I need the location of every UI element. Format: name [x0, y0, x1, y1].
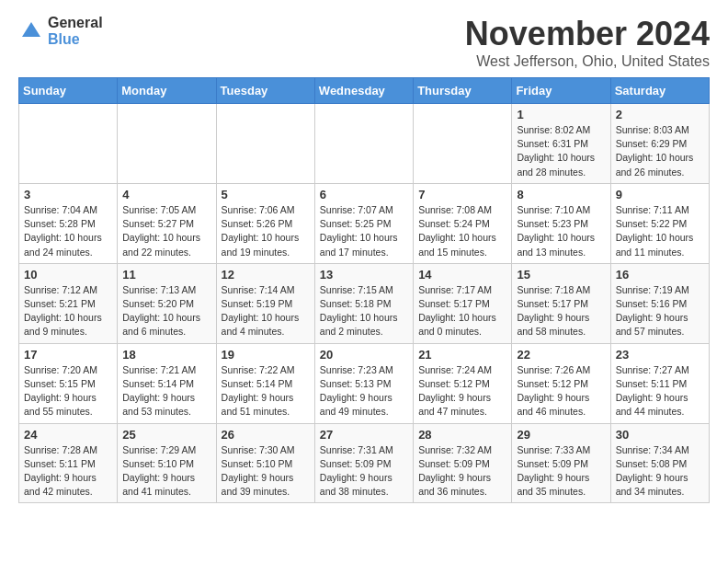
day-number: 15 [517, 268, 605, 282]
calendar-cell: 13Sunrise: 7:15 AM Sunset: 5:18 PM Dayli… [314, 263, 413, 343]
calendar-cell: 27Sunrise: 7:31 AM Sunset: 5:09 PM Dayli… [314, 423, 413, 503]
day-info: Sunrise: 7:19 AM Sunset: 5:16 PM Dayligh… [616, 283, 704, 339]
day-number: 13 [320, 268, 408, 282]
calendar-week-2: 3Sunrise: 7:04 AM Sunset: 5:28 PM Daylig… [19, 183, 710, 263]
day-info: Sunrise: 7:30 AM Sunset: 5:10 PM Dayligh… [222, 443, 310, 500]
calendar-cell: 25Sunrise: 7:29 AM Sunset: 5:10 PM Dayli… [118, 423, 216, 503]
day-info: Sunrise: 8:03 AM Sunset: 6:29 PM Dayligh… [616, 123, 704, 179]
day-info: Sunrise: 7:08 AM Sunset: 5:24 PM Dayligh… [418, 203, 506, 259]
calendar-week-1: 1Sunrise: 8:02 AM Sunset: 6:31 PM Daylig… [19, 104, 710, 184]
day-header-sunday: Sunday [19, 78, 118, 104]
day-number: 17 [24, 348, 112, 362]
calendar-cell [118, 104, 216, 184]
calendar-cell: 2Sunrise: 8:03 AM Sunset: 6:29 PM Daylig… [610, 104, 709, 184]
day-number: 3 [24, 188, 112, 201]
day-info: Sunrise: 7:28 AM Sunset: 5:11 PM Dayligh… [24, 443, 112, 500]
day-info: Sunrise: 7:13 AM Sunset: 5:20 PM Dayligh… [122, 283, 210, 339]
logo-text: General Blue [48, 15, 103, 47]
day-info: Sunrise: 7:17 AM Sunset: 5:17 PM Dayligh… [418, 283, 506, 339]
calendar-cell: 9Sunrise: 7:11 AM Sunset: 5:22 PM Daylig… [610, 183, 709, 263]
calendar-cell: 16Sunrise: 7:19 AM Sunset: 5:16 PM Dayli… [610, 263, 709, 343]
day-info: Sunrise: 7:10 AM Sunset: 5:23 PM Dayligh… [517, 203, 605, 259]
day-number: 26 [222, 428, 310, 442]
calendar-cell: 10Sunrise: 7:12 AM Sunset: 5:21 PM Dayli… [19, 263, 118, 343]
calendar-cell: 28Sunrise: 7:32 AM Sunset: 5:09 PM Dayli… [414, 423, 512, 503]
day-info: Sunrise: 7:26 AM Sunset: 5:12 PM Dayligh… [517, 363, 605, 419]
calendar-cell: 24Sunrise: 7:28 AM Sunset: 5:11 PM Dayli… [19, 423, 118, 503]
day-info: Sunrise: 7:15 AM Sunset: 5:18 PM Dayligh… [320, 283, 408, 339]
day-info: Sunrise: 7:20 AM Sunset: 5:15 PM Dayligh… [24, 363, 112, 419]
day-number: 2 [616, 108, 704, 121]
day-number: 18 [122, 348, 210, 362]
calendar-cell [19, 104, 118, 184]
day-number: 11 [122, 268, 210, 282]
day-number: 16 [616, 268, 704, 282]
logo-blue-label: Blue [48, 31, 103, 48]
day-number: 27 [320, 428, 408, 442]
day-info: Sunrise: 7:12 AM Sunset: 5:21 PM Dayligh… [24, 283, 112, 339]
day-number: 1 [517, 108, 605, 121]
day-info: Sunrise: 8:02 AM Sunset: 6:31 PM Dayligh… [517, 123, 605, 179]
calendar-cell [216, 104, 314, 184]
day-number: 9 [616, 188, 704, 201]
day-info: Sunrise: 7:34 AM Sunset: 5:08 PM Dayligh… [616, 443, 704, 500]
calendar-cell [414, 104, 512, 184]
calendar-cell: 23Sunrise: 7:27 AM Sunset: 5:11 PM Dayli… [610, 343, 709, 423]
day-number: 22 [517, 348, 605, 362]
calendar-cell: 3Sunrise: 7:04 AM Sunset: 5:28 PM Daylig… [19, 183, 118, 263]
logo: General Blue [18, 15, 103, 47]
day-number: 10 [24, 268, 112, 282]
calendar-cell: 14Sunrise: 7:17 AM Sunset: 5:17 PM Dayli… [414, 263, 512, 343]
day-number: 12 [222, 268, 310, 282]
day-info: Sunrise: 7:29 AM Sunset: 5:10 PM Dayligh… [122, 443, 210, 500]
day-info: Sunrise: 7:11 AM Sunset: 5:22 PM Dayligh… [616, 203, 704, 259]
day-number: 5 [222, 188, 310, 201]
logo-general-label: General [48, 15, 103, 31]
day-number: 23 [616, 348, 704, 362]
calendar-cell: 30Sunrise: 7:34 AM Sunset: 5:08 PM Dayli… [610, 423, 709, 503]
page-header: General Blue November 2024 West Jefferso… [18, 15, 710, 70]
calendar-cell: 19Sunrise: 7:22 AM Sunset: 5:14 PM Dayli… [216, 343, 314, 423]
day-header-saturday: Saturday [610, 78, 709, 104]
calendar-week-4: 17Sunrise: 7:20 AM Sunset: 5:15 PM Dayli… [19, 343, 710, 423]
title-section: November 2024 West Jefferson, Ohio, Unit… [465, 15, 710, 70]
calendar-cell: 12Sunrise: 7:14 AM Sunset: 5:19 PM Dayli… [216, 263, 314, 343]
day-header-monday: Monday [118, 78, 216, 104]
calendar-cell: 5Sunrise: 7:06 AM Sunset: 5:26 PM Daylig… [216, 183, 314, 263]
svg-marker-0 [22, 22, 40, 37]
calendar-cell: 21Sunrise: 7:24 AM Sunset: 5:12 PM Dayli… [414, 343, 512, 423]
day-number: 20 [320, 348, 408, 362]
calendar-week-3: 10Sunrise: 7:12 AM Sunset: 5:21 PM Dayli… [19, 263, 710, 343]
day-number: 4 [122, 188, 210, 201]
day-number: 19 [222, 348, 310, 362]
day-info: Sunrise: 7:31 AM Sunset: 5:09 PM Dayligh… [320, 443, 408, 500]
calendar-cell: 22Sunrise: 7:26 AM Sunset: 5:12 PM Dayli… [512, 343, 610, 423]
day-info: Sunrise: 7:07 AM Sunset: 5:25 PM Dayligh… [320, 203, 408, 259]
day-header-friday: Friday [512, 78, 610, 104]
day-number: 8 [517, 188, 605, 201]
day-info: Sunrise: 7:21 AM Sunset: 5:14 PM Dayligh… [122, 363, 210, 419]
calendar-cell [314, 104, 413, 184]
day-number: 29 [517, 428, 605, 442]
day-info: Sunrise: 7:05 AM Sunset: 5:27 PM Dayligh… [122, 203, 210, 259]
day-number: 7 [418, 188, 506, 201]
day-info: Sunrise: 7:33 AM Sunset: 5:09 PM Dayligh… [517, 443, 605, 500]
day-number: 14 [418, 268, 506, 282]
month-title: November 2024 [465, 15, 710, 53]
calendar-cell: 4Sunrise: 7:05 AM Sunset: 5:27 PM Daylig… [118, 183, 216, 263]
day-number: 30 [616, 428, 704, 442]
calendar-cell: 7Sunrise: 7:08 AM Sunset: 5:24 PM Daylig… [414, 183, 512, 263]
calendar-cell: 18Sunrise: 7:21 AM Sunset: 5:14 PM Dayli… [118, 343, 216, 423]
day-info: Sunrise: 7:04 AM Sunset: 5:28 PM Dayligh… [24, 203, 112, 259]
calendar-table: SundayMondayTuesdayWednesdayThursdayFrid… [18, 77, 710, 503]
day-info: Sunrise: 7:27 AM Sunset: 5:11 PM Dayligh… [616, 363, 704, 419]
calendar-cell: 26Sunrise: 7:30 AM Sunset: 5:10 PM Dayli… [216, 423, 314, 503]
calendar-cell: 8Sunrise: 7:10 AM Sunset: 5:23 PM Daylig… [512, 183, 610, 263]
calendar-week-5: 24Sunrise: 7:28 AM Sunset: 5:11 PM Dayli… [19, 423, 710, 503]
calendar-cell: 11Sunrise: 7:13 AM Sunset: 5:20 PM Dayli… [118, 263, 216, 343]
day-number: 21 [418, 348, 506, 362]
day-info: Sunrise: 7:06 AM Sunset: 5:26 PM Dayligh… [222, 203, 310, 259]
day-number: 24 [24, 428, 112, 442]
day-number: 6 [320, 188, 408, 201]
calendar-cell: 20Sunrise: 7:23 AM Sunset: 5:13 PM Dayli… [314, 343, 413, 423]
